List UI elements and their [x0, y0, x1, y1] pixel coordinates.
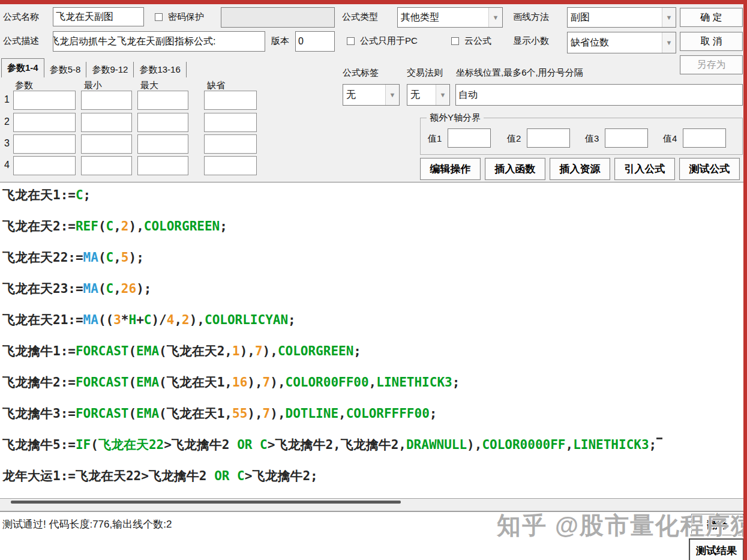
y-value-label-3: 值3: [585, 133, 599, 145]
version-label: 版本: [271, 35, 289, 47]
chevron-down-icon[interactable]: ▼: [662, 8, 676, 27]
param-col-header: 参数: [15, 80, 33, 91]
password-label: 密码保护: [168, 11, 204, 23]
y-value-label-4: 值4: [663, 133, 677, 145]
action-button-测试公式[interactable]: 测试公式: [679, 158, 740, 180]
formula-type-label: 公式类型: [342, 11, 378, 23]
axis-position-label: 坐标线位置,最多6个,用分号分隔: [456, 67, 583, 79]
code-line-4: 飞龙在天23:=MA(C,26);: [2, 280, 151, 297]
code-line-7: 飞龙擒牛2:=FORCAST(EMA(飞龙在天1,16),7),COLOR00F…: [2, 374, 460, 391]
param-row-label: 2: [4, 116, 10, 127]
formula-editor-dialog: 公式名称 飞龙在天副图 密码保护 公式类型 其他类型▼ 画线方法 副图▼ 确 定…: [0, 0, 747, 560]
formula-name-label: 公式名称: [3, 11, 39, 23]
param-input-r3c2[interactable]: [81, 134, 132, 154]
pc-only-label: 公式只用于PC: [360, 35, 418, 47]
code-line-3: 飞龙在天22:=MA(C,5);: [2, 249, 144, 266]
save-as-button[interactable]: 另存为: [680, 55, 743, 74]
formula-desc-label: 公式描述: [3, 35, 39, 47]
extra-y-axis-group-label: 额外Y轴分界: [427, 112, 484, 124]
param-input-r3c4[interactable]: [204, 134, 257, 154]
tab-参数13-16[interactable]: 参数13-16: [134, 62, 186, 77]
code-line-10: 龙年大运1:=飞龙在天22>飞龙擒牛2 OR C>飞龙擒牛2;: [2, 468, 318, 484]
cloud-formula-label: 云公式: [464, 35, 491, 47]
y-value-input-2[interactable]: [527, 128, 570, 148]
param-row-label: 1: [4, 94, 10, 105]
param-row-label: 3: [4, 138, 10, 149]
decimal-label: 显示小数: [513, 35, 549, 47]
param-input-r4c3[interactable]: [137, 156, 188, 175]
formula-desc-input[interactable]: 飞龙启动抓牛之飞龙在天副图指标公式:: [53, 31, 265, 52]
tab-参数1-4[interactable]: 参数1-4: [1, 58, 44, 77]
formula-tag-label: 公式标签: [343, 67, 379, 79]
action-button-插入资源[interactable]: 插入资源: [550, 158, 610, 180]
chevron-down-icon[interactable]: ▼: [436, 85, 449, 105]
chevron-down-icon[interactable]: ▼: [488, 8, 502, 27]
version-input[interactable]: 0: [295, 31, 335, 52]
trade-rule-select[interactable]: 无▼: [407, 84, 450, 106]
text-caret: [656, 438, 662, 439]
param-input-r1c2[interactable]: [81, 91, 132, 110]
param-row-label: 4: [4, 160, 10, 170]
action-button-编辑操作[interactable]: 编辑操作: [420, 158, 481, 180]
draw-method-label: 画线方法: [513, 11, 549, 23]
y-value-input-1[interactable]: [448, 128, 491, 148]
y-value-input-4[interactable]: [683, 128, 726, 148]
param-col-header: 最大: [140, 80, 158, 91]
pc-only-checkbox[interactable]: [347, 37, 355, 45]
y-value-label-1: 值1: [428, 133, 442, 145]
formula-code-editor[interactable]: 飞龙在天1:=C;飞龙在天2:=REF(C,2),COLORGREEN;飞龙在天…: [0, 182, 743, 499]
password-input[interactable]: [221, 7, 335, 28]
action-button-插入函数[interactable]: 插入函数: [485, 158, 545, 180]
y-value-label-2: 值2: [507, 133, 521, 145]
axis-position-input[interactable]: 自动: [455, 84, 743, 106]
chevron-down-icon[interactable]: ▼: [385, 85, 399, 105]
param-col-header: 最小: [84, 80, 102, 91]
param-input-r3c3[interactable]: [137, 134, 188, 154]
param-input-r3c1[interactable]: [13, 134, 76, 154]
code-line-5: 飞龙在天21:=MA((3*H+C)/4,2),COLORLICYAN;: [2, 312, 296, 328]
test-result-button[interactable]: 测试结果: [689, 538, 744, 560]
param-input-r2c1[interactable]: [13, 113, 76, 132]
param-input-r2c3[interactable]: [137, 113, 188, 132]
tab-参数5-8[interactable]: 参数5-8: [44, 62, 87, 77]
tab-参数9-12[interactable]: 参数9-12: [86, 62, 134, 77]
cloud-formula-checkbox[interactable]: [451, 37, 459, 45]
decimal-select[interactable]: 缺省位数▼: [567, 32, 676, 53]
param-input-r2c2[interactable]: [81, 113, 132, 132]
param-input-r4c2[interactable]: [81, 156, 132, 175]
code-line-8: 飞龙擒牛3:=FORCAST(EMA(飞龙在天1,55),7),DOTLINE,…: [2, 405, 437, 422]
param-input-r4c4[interactable]: [204, 156, 257, 175]
translate-button[interactable]: 翻译: [691, 514, 743, 535]
formula-name-input[interactable]: 飞龙在天副图: [53, 7, 144, 26]
code-line-9: 飞龙擒牛5:=IF(飞龙在天22>飞龙擒牛2 OR C>飞龙擒牛2,飞龙擒牛2,…: [2, 436, 662, 453]
param-input-r1c1[interactable]: [13, 91, 76, 110]
formula-type-select[interactable]: 其他类型▼: [397, 7, 503, 28]
dialog-top-border: [0, 0, 747, 4]
param-input-r2c4[interactable]: [204, 113, 257, 132]
draw-method-select[interactable]: 副图▼: [567, 7, 676, 28]
test-status-message: 测试通过! 代码长度:776,输出线个数:2: [2, 517, 172, 531]
dialog-right-border: [743, 0, 747, 560]
param-col-header: 缺省: [207, 80, 225, 91]
y-value-input-3[interactable]: [605, 128, 648, 148]
cancel-button[interactable]: 取 消: [680, 32, 743, 51]
password-checkbox[interactable]: [155, 13, 163, 21]
trade-rule-label: 交易法则: [407, 67, 443, 79]
param-input-r1c4[interactable]: [204, 91, 257, 110]
param-input-r4c1[interactable]: [13, 156, 76, 175]
param-tabbar: 参数1-4参数5-8参数9-12参数13-16: [1, 58, 187, 77]
horizontal-scrollbar-thumb[interactable]: [11, 501, 401, 504]
formula-tag-select[interactable]: 无▼: [343, 84, 400, 106]
chevron-down-icon[interactable]: ▼: [662, 32, 676, 53]
action-button-引入公式[interactable]: 引入公式: [614, 158, 675, 180]
code-line-2: 飞龙在天2:=REF(C,2),COLORGREEN;: [2, 218, 227, 235]
code-line-1: 飞龙在天1:=C;: [2, 187, 91, 203]
status-panel: 测试通过! 代码长度:776,输出线个数:2: [0, 512, 747, 560]
horizontal-scrollbar[interactable]: [0, 499, 743, 510]
ok-button[interactable]: 确 定: [680, 8, 743, 27]
param-input-r1c3[interactable]: [137, 91, 188, 110]
code-line-6: 飞龙擒牛1:=FORCAST(EMA(飞龙在天2,1),7),COLORGREE…: [2, 343, 361, 360]
